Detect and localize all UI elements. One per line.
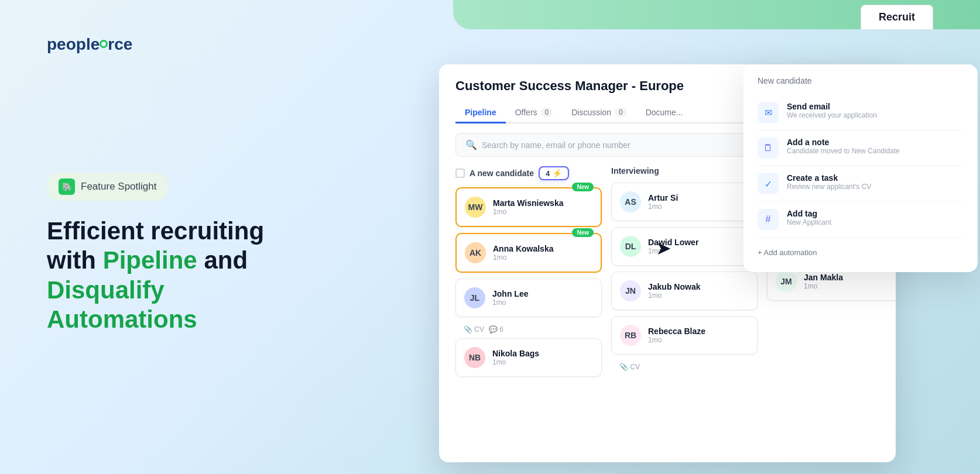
- new-badge-anna: New: [572, 228, 594, 237]
- candidate-card-nikola[interactable]: NB Nikola Bags 1mo: [455, 338, 602, 377]
- logo-people: people: [47, 35, 100, 54]
- tab-documents[interactable]: Docume...: [636, 103, 693, 123]
- candidate-time-marta: 1mo: [493, 208, 592, 216]
- auto-title-note: Add a note: [787, 138, 964, 147]
- pipeline-col-new: A new candidate 4 ⚡ New MW Marta Wisniew…: [455, 166, 602, 459]
- comments-icon: 💬 6: [489, 325, 503, 334]
- candidate-name-jakub: Jakub Nowak: [648, 282, 749, 291]
- headline: Efficient recruiting with Pipeline and D…: [47, 217, 386, 335]
- avatar-artur: AS: [620, 191, 641, 212]
- candidate-name-anna: Anna Kowalska: [493, 244, 592, 253]
- avatar-marta: MW: [465, 197, 486, 218]
- col-checkbox[interactable]: [455, 169, 465, 178]
- candidate-time-rebecca: 1mo: [648, 336, 749, 344]
- candidate-card-anna[interactable]: New AK Anna Kowalska 1mo: [455, 233, 602, 273]
- automation-item-task[interactable]: ✓ Create a task Review new applicant's C…: [758, 166, 964, 202]
- candidate-card-jakub[interactable]: JN Jakub Nowak 1mo: [611, 272, 758, 310]
- top-bar: Recruit: [453, 0, 980, 29]
- cv-icon-rebecca: 📎 CV: [619, 363, 640, 371]
- logo-o-icon: [100, 40, 108, 48]
- spotlight-icon: 🐘: [59, 178, 75, 195]
- feature-spotlight-badge: 🐘 Feature Spotlight: [47, 173, 168, 201]
- candidate-card-artur[interactable]: AS Artur Si 1mo: [611, 183, 758, 221]
- candidate-card-john[interactable]: JL John Lee 1mo: [455, 279, 602, 317]
- col-header-new: A new candidate 4 ⚡: [455, 166, 602, 180]
- avatar-jan: JM: [776, 271, 797, 292]
- headline-line4: Automations: [47, 305, 386, 334]
- candidate-time-dawid: 1mo: [648, 247, 749, 255]
- tab-discussion[interactable]: Discussion 0: [562, 103, 636, 123]
- candidate-name-artur: Artur Si: [648, 193, 749, 202]
- candidate-card-rebecca[interactable]: RB Rebecca Blaze 1mo: [611, 316, 758, 355]
- logo-force: rce: [108, 35, 132, 54]
- candidate-time-john: 1mo: [492, 298, 593, 307]
- logo: peoplerce: [47, 35, 132, 54]
- headline-line3: Disqualify: [47, 276, 386, 305]
- pipeline-col-interviewing: Interviewing AS Artur Si 1mo DL Dawid Lo…: [611, 166, 758, 459]
- search-icon: 🔍: [465, 139, 477, 150]
- auto-subtitle-tag: New Applicant: [787, 218, 964, 226]
- candidate-name-john: John Lee: [492, 289, 593, 298]
- auto-subtitle-email: We received your application: [787, 111, 964, 119]
- tab-pipeline[interactable]: Pipeline: [455, 103, 506, 123]
- candidate-time-jakub: 1mo: [648, 291, 749, 300]
- recruit-tab-label: Recruit: [879, 11, 915, 23]
- recruit-tab[interactable]: Recruit: [861, 5, 933, 29]
- candidate-name-dawid: Dawid Lower: [648, 238, 749, 247]
- rebecca-meta: 📎 CV: [611, 360, 758, 376]
- avatar-jakub: JN: [620, 280, 641, 301]
- automation-item-tag[interactable]: # Add tag New Applicant: [758, 202, 964, 238]
- email-icon: ✉: [758, 102, 779, 123]
- automation-item-note[interactable]: 🗒 Add a note Candidate moved to New Cand…: [758, 130, 964, 166]
- candidate-card-dawid[interactable]: DL Dawid Lower 1mo: [611, 227, 758, 266]
- col-count-badge: 4 ⚡: [539, 166, 569, 180]
- candidate-name-marta: Marta Wisniewska: [493, 198, 592, 208]
- add-automation-button[interactable]: + Add automation: [758, 245, 964, 260]
- new-candidate-label: New candidate: [758, 76, 964, 85]
- note-icon: 🗒: [758, 138, 779, 159]
- headline-line2: with Pipeline and: [47, 246, 386, 275]
- tab-offers[interactable]: Offers 0: [506, 103, 563, 123]
- auto-subtitle-note: Candidate moved to New Candidate: [787, 147, 964, 155]
- avatar-john: JL: [464, 287, 485, 308]
- headline-pipeline: Pipeline: [103, 246, 197, 274]
- avatar-dawid: DL: [620, 236, 641, 257]
- candidate-time-nikola: 1mo: [492, 358, 593, 366]
- search-input[interactable]: Search by name, email or phone number: [482, 140, 631, 150]
- avatar-rebecca: RB: [620, 325, 641, 346]
- headline-line1: Efficient recruiting: [47, 217, 386, 246]
- candidate-time-jan: 1mo: [804, 282, 896, 290]
- candidate-name-nikola: Nikola Bags: [492, 349, 593, 358]
- tag-icon: #: [758, 209, 779, 230]
- candidate-time-artur: 1mo: [648, 202, 749, 211]
- automation-item-email[interactable]: ✉ Send email We received your applicatio…: [758, 95, 964, 130]
- lightning-icon: ⚡: [552, 169, 562, 178]
- candidate-time-anna: 1mo: [493, 253, 592, 262]
- col-title-new: A new candidate: [470, 169, 534, 178]
- col-title-interviewing: Interviewing: [611, 166, 659, 176]
- avatar-anna: AK: [465, 242, 486, 263]
- avatar-nikola: NB: [464, 347, 485, 368]
- candidate-name-jan: Jan Makla: [804, 273, 896, 282]
- automation-panel: New candidate ✉ Send email We received y…: [743, 64, 978, 272]
- auto-title-task: Create a task: [787, 173, 964, 183]
- auto-title-tag: Add tag: [787, 209, 964, 218]
- feature-spotlight-label: Feature Spotlight: [81, 181, 156, 193]
- task-icon: ✓: [758, 173, 779, 194]
- auto-title-email: Send email: [787, 102, 964, 111]
- new-badge-marta: New: [572, 183, 594, 191]
- john-meta: 📎 CV 💬 6: [455, 323, 602, 338]
- col-header-interviewing: Interviewing: [611, 166, 758, 176]
- add-automation-label: + Add automation: [758, 248, 817, 257]
- cv-icon: 📎 CV: [464, 325, 484, 334]
- candidate-name-rebecca: Rebecca Blaze: [648, 327, 749, 336]
- candidate-card-marta[interactable]: New MW Marta Wisniewska 1mo: [455, 187, 602, 227]
- auto-subtitle-task: Review new applicant's CV: [787, 183, 964, 191]
